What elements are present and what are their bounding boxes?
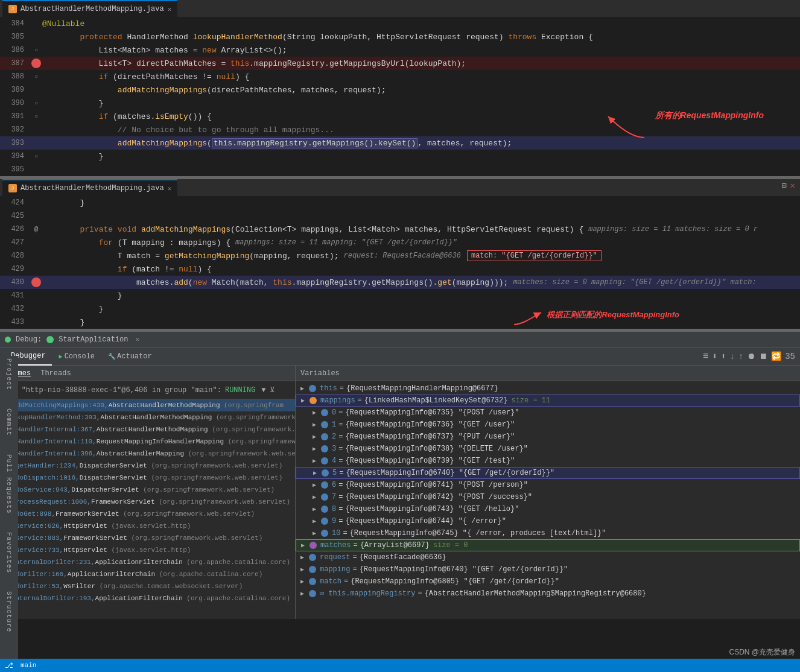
stack-pkg-15: (org.apache.tomcat.websocket.server) (95, 583, 243, 590)
var-item-10[interactable]: ▶ 10 = {RequestMappingInfo@6745} "{ /err… (296, 527, 800, 539)
var-eq-mapping: = (352, 565, 357, 574)
filter-icon2[interactable]: ⊻ (270, 385, 275, 395)
debug-title-bar: Debug: StartApplication ✕ (0, 332, 800, 347)
stack-item-4[interactable]: getHandlerInternal:396, AbstractHandlerM… (0, 448, 295, 460)
var-item-2[interactable]: ▶ 2 = {RequestMappingInfo@6737} "{PUT /u… (296, 431, 800, 443)
var-item-mappings[interactable]: ▶ mappings = {LinkedHashMap$LinkedKeySet… (296, 395, 800, 407)
step-icon-1[interactable]: ≡ (703, 351, 709, 362)
stack-item-13[interactable]: internalDoFilter:231, ApplicationFilterC… (0, 556, 295, 568)
gutter-386: ○ (30, 47, 42, 54)
layout-icon[interactable]: ⊡ (781, 180, 786, 191)
debug-427: mappings: size = 11 mapping: "{GET /get/… (235, 238, 457, 247)
step-icon-9[interactable]: 35 (785, 352, 795, 361)
step-icon-8[interactable]: 🔁 (771, 351, 781, 361)
stack-pkg-14: (org.apache.catalina.core) (155, 571, 262, 578)
var-item-3[interactable]: ▶ 3 = {RequestMappingInfo@6738} "{DELETE… (296, 443, 800, 455)
middle-tab-close[interactable]: ✕ (168, 185, 172, 192)
stack-item-15[interactable]: doFilter:53, WsFilter (org.apache.tomcat… (0, 580, 295, 592)
var-icon-9 (321, 518, 328, 525)
var-item-6[interactable]: ▶ 6 = {RequestMappingInfo@6741} "{POST /… (296, 479, 800, 491)
line-num-427: 427 (0, 238, 30, 247)
var-item-match[interactable]: ▶ match = {RequestMappingInfo@6805} "{GE… (296, 575, 800, 588)
stack-method-4: getHandlerInternal:396, (5, 450, 97, 457)
var-item-7[interactable]: ▶ 7 = {RequestMappingInfo@6742} "{POST /… (296, 491, 800, 503)
var-name-8: 8 (332, 505, 336, 513)
stack-item-16[interactable]: internalDoFilter:193, ApplicationFilterC… (0, 592, 295, 604)
var-item-this[interactable]: ▶ this = {RequestMappingHandlerMapping@6… (296, 382, 800, 395)
top-callout-arrow (602, 110, 650, 141)
stack-class-5: DispatcherServlet (80, 462, 147, 469)
sidebar-icon-commit[interactable]: Commit (5, 408, 13, 436)
stack-item-1[interactable]: lookupHandlerMethod:393, AbstractHandler… (0, 411, 295, 423)
tab-actuator[interactable]: 🔧Actuator (102, 347, 158, 366)
var-eq-5: = (339, 469, 343, 477)
stack-item-11[interactable]: service:883, FrameworkServlet (org.sprin… (0, 532, 295, 544)
stack-item-3[interactable]: getHandlerInternal:110, RequestMappingIn… (0, 436, 295, 448)
debug-title-close[interactable]: ✕ (135, 335, 139, 343)
step-icon-4[interactable]: ↓ (729, 352, 734, 361)
var-item-8[interactable]: ▶ 8 = {RequestMappingInfo@6743} "{GET /h… (296, 503, 800, 515)
var-item-0[interactable]: ▶ 0 = {RequestMappingInfo@6735} "{POST /… (296, 407, 800, 419)
step-icon-2[interactable]: ⬇ (713, 351, 717, 361)
var-item-4[interactable]: ▶ 4 = {RequestMappingInfo@6739} "{GET /t… (296, 455, 800, 467)
stack-item-9[interactable]: doGet:898, FrameworkServlet (org.springf… (0, 508, 295, 520)
stack-item-10[interactable]: service:626, HttpServlet (javax.servlet.… (0, 520, 295, 532)
var-item-registry[interactable]: ▶ ∞ this.mappingRegistry = {AbstractHand… (296, 588, 800, 600)
line-num-428: 428 (0, 252, 30, 260)
stack-method-13: internalDoFilter:231, (11, 559, 95, 566)
close-icon-top[interactable]: ✕ (790, 180, 795, 191)
stack-pkg-7: (org.springframework.web.servlet) (139, 486, 275, 493)
var-item-1[interactable]: ▶ 1 = {RequestMappingInfo@6736} "{GET /u… (296, 419, 800, 431)
var-name-match: match (320, 577, 341, 586)
var-val-registry: {AbstractHandlerMethodMapping$MappingReg… (425, 589, 646, 598)
debug-app-name: StartApplication (59, 335, 128, 344)
stack-class-0: AbstractHandlerMethodMapping (109, 402, 220, 409)
step-icon-3[interactable]: ⬆ (721, 351, 726, 361)
sidebar-icon-fav[interactable]: Favorites (5, 532, 13, 573)
stack-item-14[interactable]: doFilter:166, ApplicationFilterChain (or… (0, 568, 295, 580)
stack-class-2: AbstractHandlerMethodMapping (97, 426, 208, 433)
stack-item-0[interactable]: ✓ addMatchingMappings:430, AbstractHandl… (0, 399, 295, 411)
variables-header: Variables (296, 366, 800, 381)
stack-method-2: getHandlerInternal:367, (5, 426, 97, 433)
step-icon-5[interactable]: ↑ (738, 352, 743, 361)
stack-item-12[interactable]: service:733, HttpServlet (javax.servlet.… (0, 544, 295, 556)
sidebar-icon-structure[interactable]: Structure (5, 591, 13, 632)
var-expand-5: ▶ (313, 469, 322, 477)
code-content-389: addMatchingMappings(directPathMatches, m… (42, 86, 386, 95)
stack-item-7[interactable]: doService:943, DispatcherServlet (org.sp… (0, 484, 295, 496)
var-item-request[interactable]: ▶ request = {RequestFacade@6636} (296, 551, 800, 563)
var-val-6: {RequestMappingInfo@6741} "{POST /person… (345, 481, 527, 489)
code-content-431: } (42, 291, 122, 300)
var-expand-2: ▶ (313, 433, 321, 440)
var-icon-3 (321, 445, 328, 452)
var-eq-matches: = (353, 541, 357, 550)
console-icon: ▶ (59, 353, 63, 360)
var-item-mapping[interactable]: ▶ mapping = {RequestMappingInfo@6740} "{… (296, 563, 800, 575)
step-icon-7[interactable]: ⏹ (759, 352, 767, 361)
var-item-9[interactable]: ▶ 9 = {RequestMappingInfo@6744} "{ /erro… (296, 515, 800, 527)
var-val-3: {RequestMappingInfo@6738} "{DELETE /user… (345, 445, 527, 453)
step-icon-6[interactable]: ⏺ (747, 352, 755, 361)
top-tab-close[interactable]: ✕ (168, 5, 172, 13)
code-line-427: 427 for (T mapping : mappings) { mapping… (0, 236, 800, 249)
var-item-matches[interactable]: ▶ matches = {ArrayList@6697} size = 0 (296, 539, 800, 551)
filter-icon[interactable]: ▼ (261, 386, 265, 395)
var-item-5[interactable]: ▶ 5 = {RequestMappingInfo@6740} "{GET /g… (296, 467, 800, 479)
tab-console[interactable]: ▶Console (53, 347, 101, 366)
stack-item-5[interactable]: getHandler:1234, DispatcherServlet (org.… (0, 460, 295, 472)
top-tab[interactable]: J AbstractHandlerMethodMapping.java ✕ (2, 0, 177, 17)
sidebar-icon-pull[interactable]: Pull Requests (5, 454, 13, 514)
stack-item-2[interactable]: getHandlerInternal:367, AbstractHandlerM… (0, 423, 295, 436)
code-content-427: for (T mapping : mappings) { (42, 238, 230, 247)
threads-tab[interactable]: Threads (40, 369, 71, 378)
stack-item-8[interactable]: processRequest:1006, FrameworkServlet (o… (0, 496, 295, 508)
stack-item-6[interactable]: doDispatch:1016, DispatcherServlet (org.… (0, 472, 295, 484)
sidebar-icon-project[interactable]: Project (5, 358, 13, 390)
var-name-0: 0 (332, 408, 336, 417)
middle-tab[interactable]: J AbstractHandlerMethodMapping.java ✕ (2, 179, 177, 196)
middle-java-icon: J (8, 184, 17, 192)
var-eq-9: = (338, 517, 343, 525)
var-name-mappings: mappings (320, 396, 355, 405)
line-num-395: 395 (0, 165, 30, 174)
